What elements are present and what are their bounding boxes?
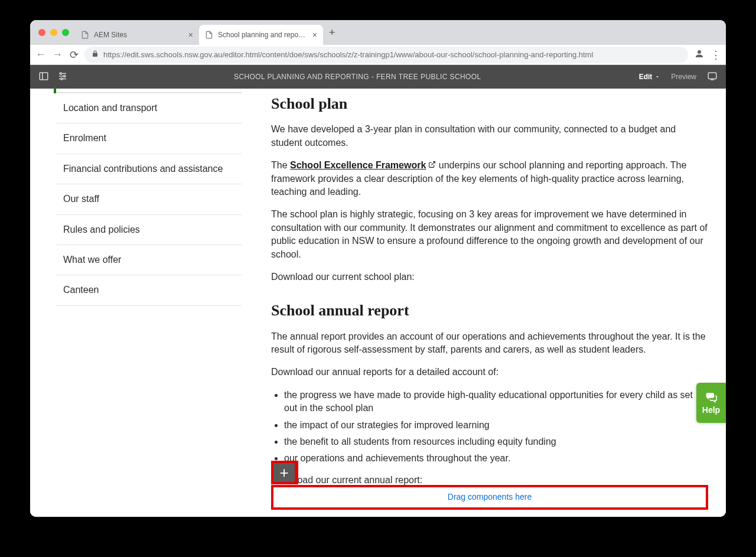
help-label: Help [702, 405, 720, 415]
paragraph: Download our annual reports for a detail… [271, 366, 708, 379]
page-properties-icon[interactable] [57, 71, 68, 83]
list-item: the impact of our strategies for improve… [284, 419, 708, 432]
browser-menu-button[interactable]: ⋮ [711, 48, 721, 61]
maximize-window-button[interactable] [62, 29, 69, 36]
preview-button[interactable]: Preview [671, 73, 696, 81]
drag-components-dropzone[interactable]: Drag components here [271, 485, 708, 510]
heading-school-plan: School plan [271, 93, 708, 115]
aem-editor-bar: SCHOOL PLANNING AND REPORTING - FERN TRE… [30, 65, 726, 89]
paragraph: The annual report provides an account of… [271, 330, 708, 357]
annotate-icon[interactable] [707, 71, 718, 83]
chevron-down-icon [654, 74, 660, 80]
svg-point-6 [64, 75, 66, 77]
svg-rect-8 [708, 73, 716, 79]
profile-icon[interactable] [693, 48, 706, 61]
page-icon [205, 31, 213, 39]
bullet-list: the progress we have made to provide hig… [271, 389, 708, 465]
school-excellence-link[interactable]: School Excellence Framework [290, 160, 426, 170]
side-panel-icon[interactable] [38, 71, 49, 83]
svg-point-7 [61, 78, 63, 80]
paragraph: We have developed a 3-year plan in consu… [271, 123, 708, 149]
list-item: the progress we have made to provide hig… [284, 389, 708, 415]
tab-title: School planning and reporting [218, 31, 308, 39]
sidebar-item-offer[interactable]: What we offer [56, 245, 242, 275]
url-input[interactable]: https://edit.sws.schools.nsw.gov.au/edit… [84, 47, 688, 63]
list-item: our operations and achievements througho… [284, 452, 708, 465]
svg-point-5 [60, 73, 62, 74]
url-text: https://edit.sws.schools.nsw.gov.au/edit… [103, 50, 593, 59]
external-link-icon [428, 161, 436, 171]
new-tab-button[interactable]: + [323, 27, 341, 39]
tab-school-planning[interactable]: School planning and reporting × [199, 25, 323, 45]
lock-icon [92, 50, 99, 59]
tab-title: AEM Sites [94, 31, 184, 39]
minimize-window-button[interactable] [50, 29, 57, 36]
paragraph: The School Excellence Framework underpin… [271, 159, 708, 198]
chat-icon [704, 391, 718, 403]
address-bar: ← → ⟳ https://edit.sws.schools.nsw.gov.a… [30, 45, 726, 65]
svg-rect-0 [40, 73, 48, 80]
close-tab-icon[interactable]: × [188, 30, 193, 40]
sidebar-item-rules[interactable]: Rules and policies [56, 215, 242, 245]
svg-line-10 [432, 162, 435, 165]
page-content: Location and transport Enrolment Financi… [30, 89, 726, 517]
page-icon [81, 31, 89, 39]
heading-annual-report: School annual report [271, 300, 708, 321]
sidebar-item-enrolment[interactable]: Enrolment [56, 123, 242, 154]
tab-aem-sites[interactable]: AEM Sites × [75, 25, 199, 45]
drag-label: Drag components here [448, 491, 532, 503]
page-title: SCHOOL PLANNING AND REPORTING - FERN TRE… [76, 73, 639, 81]
sidebar-item-canteen[interactable]: Canteen [56, 275, 242, 305]
paragraph: The school plan is highly strategic, foc… [271, 208, 708, 261]
list-item: the benefit to all students from resourc… [284, 435, 708, 448]
close-window-button[interactable] [38, 29, 45, 36]
sidebar-nav: Location and transport Enrolment Financi… [30, 89, 242, 517]
sidebar-item-staff[interactable]: Our staff [56, 184, 242, 214]
reload-button[interactable]: ⟳ [68, 48, 80, 61]
window-controls [36, 29, 75, 36]
browser-window: AEM Sites × School planning and reportin… [30, 20, 726, 517]
paragraph: Download our current school plan: [271, 271, 708, 284]
back-button[interactable]: ← [35, 48, 47, 61]
close-tab-icon[interactable]: × [312, 30, 317, 40]
sidebar-item-location[interactable]: Location and transport [56, 93, 242, 123]
sidebar-item-financial[interactable]: Financial contributions and assistance [56, 154, 242, 184]
edit-mode-dropdown[interactable]: Edit [639, 73, 661, 81]
forward-button[interactable]: → [51, 48, 63, 61]
help-button[interactable]: Help [696, 383, 726, 423]
add-component-button[interactable]: + [271, 461, 298, 484]
main-content: School plan We have developed a 3-year p… [242, 89, 726, 517]
tab-strip: AEM Sites × School planning and reportin… [30, 20, 726, 45]
